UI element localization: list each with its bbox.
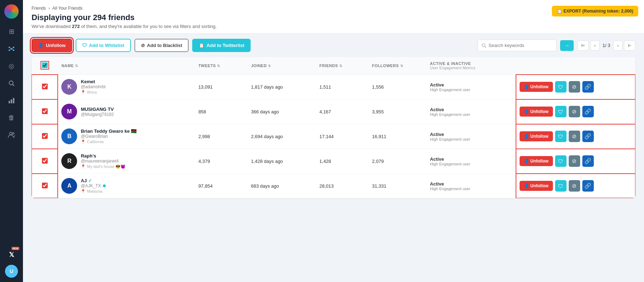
main-content: 📋 EXPORT (Remaining token: 2,000) Friend… [23,0,644,282]
row-link-button[interactable]: 🔗 [582,155,594,167]
svg-rect-13 [13,98,14,103]
svg-line-7 [9,49,11,50]
page-first-button[interactable]: ⊨ [577,41,589,51]
row-unfollow-button[interactable]: 👤 Unfollow [520,82,553,92]
sidebar-item-users[interactable] [4,128,19,142]
row-checkbox[interactable] [42,108,48,114]
row-checkbox-cell[interactable] [32,149,58,174]
engagement-cell: Active High Engagement user [426,124,516,149]
row-unfollow-button[interactable]: 👤 Unfollow [520,107,553,117]
row-unfollow-button[interactable]: 👤 Unfollow [520,131,553,141]
table-row: K Kemet @adamshrbt 📍 Africa 13,091 1,817… [32,75,635,99]
user-handle: @GwaroBrian [81,134,137,139]
sidebar-item-dashboard[interactable]: ⊞ [4,24,19,39]
pagination: ⊨ ‹ 1/ 3 › ⊩ [577,41,635,51]
row-block-button[interactable]: ⊘ [569,106,580,117]
joined-cell: 2,694 days ago [247,124,316,149]
export-button[interactable]: 📋 EXPORT (Remaining token: 2,000) [552,6,638,17]
unfollow-icon: 👤 [38,43,44,48]
svg-line-5 [9,47,11,49]
row-whitelist-button[interactable]: 🛡 [555,106,567,117]
actions-cell: 👤 Unfollow 🛡 ⊘ 🔗 [516,124,635,149]
unfollow-button[interactable]: 👤 Unfollow [32,39,72,52]
engagement-cell: Active High Engagement user [426,75,516,99]
blacklist-button[interactable]: ⊘ Add to Blacklist [134,39,189,52]
row-checkbox-cell[interactable] [32,174,58,198]
svg-point-15 [13,133,14,135]
sidebar-item-x[interactable]: 𝕏 NEW [4,248,19,262]
user-name: MUSIGANG TV [81,107,114,112]
name-column-header[interactable]: NAME [58,57,195,75]
tweets-cell: 4,379 [195,149,247,174]
joined-column-header[interactable]: JOINED [247,57,316,75]
row-whitelist-button[interactable]: 🛡 [555,131,567,142]
row-checkbox-cell[interactable] [32,124,58,149]
row-unfollow-button[interactable]: 👤 Unfollow [520,181,553,191]
row-block-button[interactable]: ⊘ [569,131,580,142]
page-last-button[interactable]: ⊩ [624,41,635,51]
table-row: R Raph's @maureenanjanet4 📍 My dad's hou… [32,149,635,174]
tweets-cell: 858 [195,99,247,124]
row-block-button[interactable]: ⊘ [569,155,580,167]
row-whitelist-button[interactable]: 🛡 [555,180,567,192]
row-block-button[interactable]: ⊘ [569,81,580,93]
friends-cell: 28,013 [316,174,369,198]
page-title: Displaying your 294 friends [32,13,635,22]
row-unfollow-button[interactable]: 👤 Unfollow [520,156,553,166]
sidebar-item-analytics[interactable] [4,93,19,108]
row-whitelist-button[interactable]: 🛡 [555,155,567,167]
friends-column-header[interactable]: FRIENDS [316,57,369,75]
breadcrumb-parent[interactable]: Friends [32,6,46,11]
row-checkbox-cell[interactable] [32,99,58,124]
joined-cell: 683 days ago [247,174,316,198]
row-checkbox[interactable] [42,133,48,139]
svg-line-10 [13,85,14,86]
table-row: M MUSIGANG TV @MuigangT6182 858 366 days… [32,99,635,124]
row-link-button[interactable]: 🔗 [582,131,594,142]
page-next-button[interactable]: › [613,41,622,51]
followers-cell: 1,556 [369,75,426,99]
user-handle: @MuigangT6182 [81,112,114,117]
sidebar-item-trash[interactable]: 🗑 [4,111,19,125]
tweets-cell: 2,998 [195,124,247,149]
row-block-button[interactable]: ⊘ [569,180,580,192]
row-link-button[interactable]: 🔗 [582,81,594,93]
select-all-checkbox[interactable] [42,62,48,68]
row-checkbox-cell[interactable] [32,75,58,99]
search-input[interactable] [486,40,553,51]
followers-column-header[interactable]: FOLLOWERS [369,57,426,75]
svg-line-8 [11,49,14,50]
sidebar-item-monitor[interactable]: ◎ [4,59,19,73]
whitelist-icon: 🛡 [82,43,87,48]
user-avatar-img: K [61,79,77,95]
tweets-column-header[interactable]: TWEETS [195,57,247,75]
actions-cell: 👤 Unfollow 🛡 ⊘ 🔗 [516,149,635,174]
user-name: Brian Teddy Gwaro ke 🇰🇪 [81,128,137,134]
new-badge: NEW [11,247,19,250]
page-prev-button[interactable]: ‹ [590,41,600,51]
row-whitelist-button[interactable]: 🛡 [555,81,567,93]
friends-cell: 1,511 [316,75,369,99]
twitterlist-label: Add to Twitterlist [207,43,244,48]
row-checkbox[interactable] [42,158,48,164]
svg-rect-11 [9,101,10,103]
friends-cell: 17,144 [316,124,369,149]
users-table-wrap: NAME TWEETS JOINED FRIENDS FOLLOWERS ACT… [23,57,644,282]
verified-icon: ✓ [88,178,92,183]
search-go-button[interactable]: → [560,40,574,51]
row-link-button[interactable]: 🔗 [582,180,594,192]
app-logo[interactable] [4,4,19,19]
sidebar-item-network[interactable] [4,42,19,56]
twitterlist-button[interactable]: 📋 Add to Twitterlist [192,39,251,52]
table-row: A AJ ✓ @AJK_TX 📍 Malaysia 97,854 683 day… [32,174,635,198]
user-avatar[interactable]: U [5,265,18,278]
whitelist-button[interactable]: 🛡 Add to Whitelist [76,39,131,52]
svg-point-14 [10,132,12,135]
row-checkbox[interactable] [42,183,48,188]
select-all-header[interactable] [32,57,58,75]
friends-cell: 1,428 [316,149,369,174]
row-checkbox[interactable] [42,84,48,89]
row-link-button[interactable]: 🔗 [582,106,594,117]
engagement-cell: Active High Engagement user [426,99,516,124]
sidebar-item-search[interactable] [4,76,19,90]
